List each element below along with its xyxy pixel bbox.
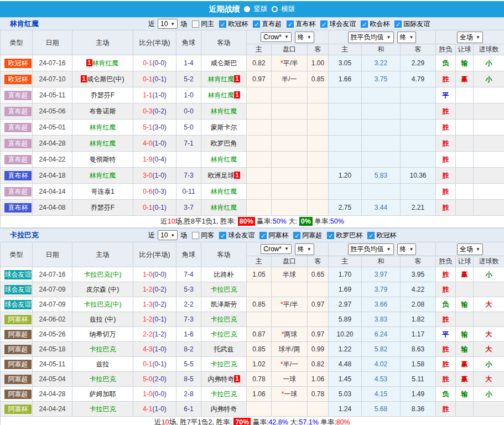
halftime-score: (0-2) <box>153 107 167 115</box>
home-team-name: 卡拉巴克 <box>90 345 116 353</box>
result-goals <box>474 136 504 152</box>
league-label: 球会友谊 <box>228 231 254 240</box>
avg-draw: 6.24 <box>362 327 401 342</box>
summary-part: 70% <box>233 418 251 425</box>
result-wdl: 胜 <box>436 136 456 152</box>
result-goals: 大 <box>474 372 504 387</box>
league-checkbox[interactable]: ✓ <box>219 20 226 28</box>
away-team-name: 林肯红魔 <box>207 91 234 99</box>
avg-home: 1.69 <box>329 282 362 297</box>
avg-odds-select[interactable]: 胜平负均值▼ <box>348 32 394 43</box>
competition-badge: 阿塞杯 <box>4 405 32 414</box>
home-team: 皮尔森 (中) <box>72 282 133 297</box>
col-avg-away: 客 <box>401 256 436 267</box>
home-team: 兹拉 <box>72 357 133 372</box>
match-date: 24-04-14 <box>33 184 72 200</box>
summary-part: 0% <box>299 217 313 226</box>
result-wdl: 胜 <box>436 184 456 200</box>
league-checkbox[interactable]: ✓ <box>361 20 368 28</box>
away-team: 林肯红魔 <box>201 152 247 168</box>
result-goals <box>474 184 504 200</box>
near-label: 近 <box>148 19 155 29</box>
league-checkbox[interactable]: ✓ <box>320 20 328 28</box>
same-venue-checkbox[interactable] <box>192 20 199 28</box>
avg-time-select[interactable]: 终▼ <box>397 243 417 255</box>
result-wdl: 胜 <box>436 372 456 387</box>
odds-time-select[interactable]: 终▼ <box>295 243 314 255</box>
league-checkbox[interactable]: ✓ <box>219 232 226 239</box>
match-date: 24-04-22 <box>33 152 72 168</box>
chevron-down-icon: ▼ <box>307 247 311 252</box>
league-checkbox[interactable]: ✓ <box>293 232 300 239</box>
col-result-goals: 进球数 <box>474 256 504 267</box>
home-team: 乔瑟芬F <box>72 87 133 103</box>
horizontal-view-radio[interactable] <box>272 6 278 12</box>
rank-badge: 1 <box>81 75 86 82</box>
match-date: 24-05-11 <box>33 87 72 103</box>
summary-part: 50% <box>273 217 287 225</box>
horizontal-view-label[interactable]: 横版 <box>282 4 295 14</box>
odds-away <box>308 136 329 152</box>
competition-badge: 阿塞超 <box>4 390 32 399</box>
vertical-view-label[interactable]: 竖版 <box>254 4 268 14</box>
match-row: 直布超24-04-28林肯红魔4-0(1-0)7-1欧罗巴角胜 <box>1 136 504 152</box>
corners: 5-5 <box>176 357 201 372</box>
league-checkbox[interactable]: ✓ <box>259 232 267 239</box>
score: 5-0(2-0) <box>133 372 176 387</box>
fulltime-score: 1-1 <box>143 91 152 99</box>
avg-time-select[interactable]: 终▼ <box>397 32 417 43</box>
result-handicap <box>456 120 474 136</box>
avg-home <box>329 184 362 200</box>
odds-away: 0.97 <box>308 297 329 312</box>
league-checkbox[interactable]: ✓ <box>287 20 294 28</box>
away-team-name: 卡拉巴克 <box>211 286 237 293</box>
handicap: 一球 <box>272 372 308 387</box>
halftime-score: (0-1) <box>153 315 167 323</box>
result-handicap: 赢 <box>456 357 474 372</box>
odds-away: 1.00 <box>308 55 329 71</box>
games-count-select[interactable]: 10▼ <box>158 230 178 240</box>
avg-odds-select[interactable]: 胜平负均值▼ <box>348 243 394 255</box>
avg-away: 5.11 <box>401 372 436 387</box>
away-team: 托武兹 <box>201 342 247 357</box>
col-avg-draw: 和 <box>362 44 401 55</box>
col-corner: 角球 <box>176 242 201 267</box>
result-handicap: 赢 <box>456 71 474 87</box>
result-handicap <box>456 152 474 168</box>
summary-part: 大: <box>287 217 299 225</box>
vertical-view-radio[interactable] <box>244 6 250 12</box>
avg-draw <box>362 136 401 152</box>
halftime-score: (0-1) <box>153 75 167 83</box>
scope-select[interactable]: 全场▼ <box>457 243 483 255</box>
fulltime-score: 5-0 <box>143 375 152 383</box>
away-team: 欧洲足球1 <box>201 168 247 184</box>
odds-away: 0.78 <box>308 387 329 402</box>
col-avg-home: 主 <box>329 256 362 267</box>
odds-company-select[interactable]: Crow*▼ <box>261 32 292 42</box>
league-checkbox[interactable]: ✓ <box>253 20 260 28</box>
league-checkbox[interactable]: ✓ <box>394 20 402 28</box>
col-result-wdl: 胜负 <box>436 44 456 55</box>
league-checkbox[interactable]: ✓ <box>327 232 334 239</box>
scope-select[interactable]: 全场▼ <box>457 32 483 43</box>
games-count-select[interactable]: 10▼ <box>158 19 178 29</box>
result-handicap: 输 <box>456 55 474 71</box>
score: 0-1(0-0) <box>133 55 176 71</box>
result-goals <box>474 152 504 168</box>
home-team-name: 卡拉巴克(中) <box>84 271 122 278</box>
odds-time-select[interactable]: 终▼ <box>295 32 314 43</box>
league-checkbox[interactable]: ✓ <box>367 232 375 239</box>
home-team: 1林肯红魔 <box>72 55 133 71</box>
match-date: 24-04-24 <box>33 402 72 417</box>
result-handicap: 输 <box>456 327 474 342</box>
handicap <box>272 312 308 327</box>
match-date: 24-05-01 <box>33 120 72 136</box>
away-team: 林肯红魔 <box>201 200 247 216</box>
avg-away <box>401 103 436 120</box>
same-venue-checkbox[interactable] <box>192 232 199 239</box>
odds-company-select[interactable]: Crow*▼ <box>261 244 292 254</box>
match-row: 阿塞超24-05-18卡拉巴克4-3(1-0)8-2托武兹0.85球半/两0.9… <box>1 342 504 357</box>
odds-away <box>308 120 329 136</box>
match-row: 阿塞超24-05-11兹拉0-1(0-1)5-5卡拉巴克1.02*半/一0.82… <box>1 357 504 372</box>
odds-away <box>308 200 329 216</box>
